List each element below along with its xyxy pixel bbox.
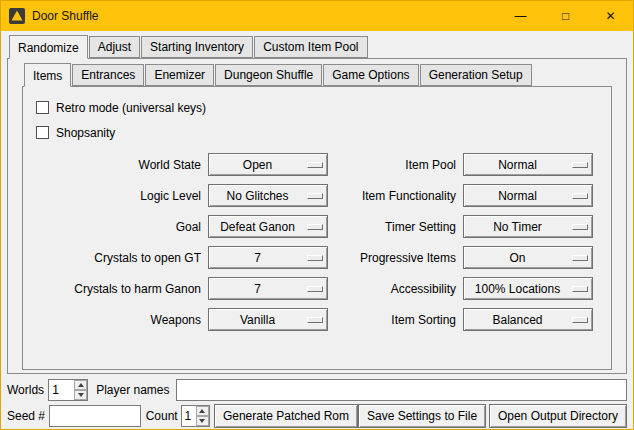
weapons-dropdown[interactable]: Vanilla xyxy=(208,308,328,331)
player-names-label: Player names xyxy=(96,383,169,397)
timer-setting-dropdown[interactable]: No Timer xyxy=(463,215,593,238)
player-names-input[interactable] xyxy=(176,379,628,401)
open-output-directory-button[interactable]: Open Output Directory xyxy=(489,404,627,428)
shopsanity-label: Shopsanity xyxy=(56,126,115,140)
dropdown-indicator-icon xyxy=(307,224,323,230)
dropdown-indicator-icon xyxy=(572,317,588,323)
bottom-controls: Worlds Player names Seed # Count xyxy=(1,374,633,429)
count-input[interactable] xyxy=(182,406,196,426)
window-title: Door Shuffle xyxy=(32,9,498,23)
tab-starting-inventory[interactable]: Starting Inventory xyxy=(141,36,253,58)
dropdown-indicator-icon xyxy=(307,255,323,261)
dropdown-indicator-icon xyxy=(572,286,588,292)
world-state-label: World State xyxy=(31,158,201,172)
items-tab-panel: Retro mode (universal keys) Shopsanity W… xyxy=(22,86,612,370)
item-pool-dropdown[interactable]: Normal xyxy=(463,153,593,176)
options-grid: World State Open Item Pool Normal Logic … xyxy=(23,149,611,335)
dropdown-indicator-icon xyxy=(307,317,323,323)
worlds-spinner-up-button[interactable] xyxy=(74,380,87,390)
count-spinner-up-button[interactable] xyxy=(196,406,209,416)
seed-input[interactable] xyxy=(49,405,141,427)
tab-custom-item-pool[interactable]: Custom Item Pool xyxy=(254,36,367,58)
dropdown-indicator-icon xyxy=(307,193,323,199)
logic-level-value: No Glitches xyxy=(211,189,304,203)
shopsanity-checkbox[interactable]: Shopsanity xyxy=(23,120,611,145)
crystals-to-harm-ganon-label: Crystals to harm Ganon xyxy=(31,282,201,296)
arrow-up-icon xyxy=(199,409,205,413)
logic-level-label: Logic Level xyxy=(31,189,201,203)
secondary-tab-bar: Items Entrances Enemizer Dungeon Shuffle… xyxy=(22,63,612,86)
progressive-items-value: On xyxy=(466,251,569,265)
titlebar: Door Shuffle — □ ✕ xyxy=(1,1,633,31)
close-button[interactable]: ✕ xyxy=(588,1,633,31)
randomize-tab-panel: Items Entrances Enemizer Dungeon Shuffle… xyxy=(7,58,627,374)
tab-enemizer[interactable]: Enemizer xyxy=(145,64,214,86)
dropdown-indicator-icon xyxy=(572,193,588,199)
app-window: Door Shuffle — □ ✕ Randomize Adjust Star… xyxy=(0,0,634,430)
item-sorting-label: Item Sorting xyxy=(335,313,456,327)
maximize-button[interactable]: □ xyxy=(543,1,588,31)
goal-label: Goal xyxy=(31,220,201,234)
generate-patched-rom-button[interactable]: Generate Patched Rom xyxy=(214,404,358,428)
crystals-to-open-gt-value: 7 xyxy=(211,251,304,265)
arrow-down-icon xyxy=(199,419,205,423)
tab-randomize[interactable]: Randomize xyxy=(9,35,88,59)
weapons-label: Weapons xyxy=(31,313,201,327)
tab-items[interactable]: Items xyxy=(24,63,71,87)
crystals-to-open-gt-label: Crystals to open GT xyxy=(31,251,201,265)
minimize-button[interactable]: — xyxy=(498,1,543,31)
timer-setting-label: Timer Setting xyxy=(335,220,456,234)
goal-dropdown[interactable]: Defeat Ganon xyxy=(208,215,328,238)
dropdown-indicator-icon xyxy=(572,224,588,230)
item-functionality-value: Normal xyxy=(466,189,569,203)
crystals-to-harm-ganon-value: 7 xyxy=(211,282,304,296)
count-label: Count xyxy=(146,409,178,423)
tab-entrances[interactable]: Entrances xyxy=(72,64,144,86)
checkbox-icon[interactable] xyxy=(36,101,49,114)
tab-dungeon-shuffle[interactable]: Dungeon Shuffle xyxy=(215,64,322,86)
item-sorting-value: Balanced xyxy=(466,313,569,327)
tab-adjust[interactable]: Adjust xyxy=(89,36,140,58)
worlds-input[interactable] xyxy=(49,380,74,400)
timer-setting-value: No Timer xyxy=(466,220,569,234)
item-pool-label: Item Pool xyxy=(335,158,456,172)
worlds-spinner[interactable] xyxy=(48,379,88,401)
dropdown-indicator-icon xyxy=(572,255,588,261)
primary-notebook: Randomize Adjust Starting Inventory Cust… xyxy=(7,35,627,374)
dropdown-indicator-icon xyxy=(572,162,588,168)
item-functionality-label: Item Functionality xyxy=(335,189,456,203)
world-state-value: Open xyxy=(211,158,304,172)
tab-game-options[interactable]: Game Options xyxy=(323,64,418,86)
arrow-up-icon xyxy=(78,383,84,387)
save-settings-button[interactable]: Save Settings to File xyxy=(358,404,486,428)
primary-tab-bar: Randomize Adjust Starting Inventory Cust… xyxy=(7,35,627,58)
crystals-to-open-gt-dropdown[interactable]: 7 xyxy=(208,246,328,269)
progressive-items-dropdown[interactable]: On xyxy=(463,246,593,269)
goal-value: Defeat Ganon xyxy=(211,220,304,234)
worlds-spinner-down-button[interactable] xyxy=(74,390,87,400)
item-sorting-dropdown[interactable]: Balanced xyxy=(463,308,593,331)
dropdown-indicator-icon xyxy=(307,162,323,168)
progressive-items-label: Progressive Items xyxy=(335,251,456,265)
retro-mode-label: Retro mode (universal keys) xyxy=(56,101,206,115)
arrow-down-icon xyxy=(78,393,84,397)
tab-generation-setup[interactable]: Generation Setup xyxy=(420,64,532,86)
accessibility-dropdown[interactable]: 100% Locations xyxy=(463,277,593,300)
dropdown-indicator-icon xyxy=(307,286,323,292)
checkbox-icon[interactable] xyxy=(36,126,49,139)
retro-mode-checkbox[interactable]: Retro mode (universal keys) xyxy=(23,95,611,120)
secondary-notebook: Items Entrances Enemizer Dungeon Shuffle… xyxy=(22,63,612,370)
worlds-label: Worlds xyxy=(7,383,44,397)
crystals-to-harm-ganon-dropdown[interactable]: 7 xyxy=(208,277,328,300)
item-functionality-dropdown[interactable]: Normal xyxy=(463,184,593,207)
world-state-dropdown[interactable]: Open xyxy=(208,153,328,176)
seed-label: Seed # xyxy=(7,409,45,423)
logic-level-dropdown[interactable]: No Glitches xyxy=(208,184,328,207)
count-spinner[interactable] xyxy=(181,405,210,427)
accessibility-value: 100% Locations xyxy=(466,282,569,296)
item-pool-value: Normal xyxy=(466,158,569,172)
count-spinner-down-button[interactable] xyxy=(196,416,209,426)
accessibility-label: Accessibility xyxy=(335,282,456,296)
weapons-value: Vanilla xyxy=(211,313,304,327)
app-icon xyxy=(9,8,25,24)
